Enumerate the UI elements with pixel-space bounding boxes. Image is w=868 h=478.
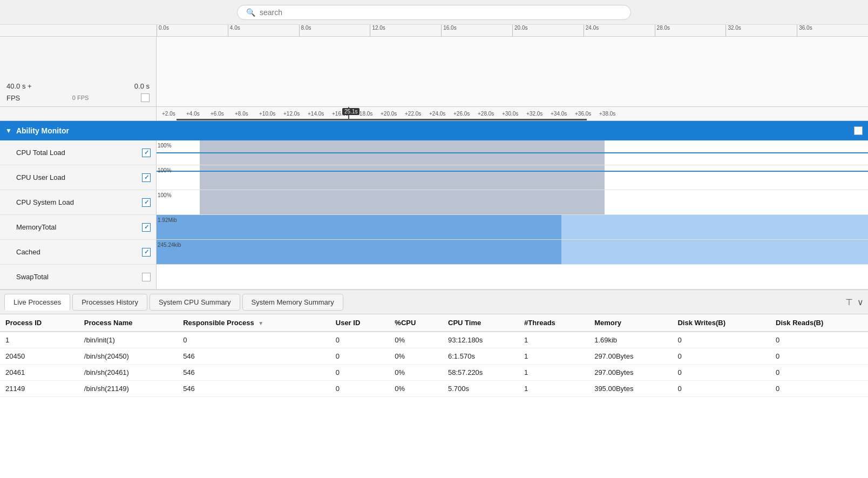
metric-graph-swap-total: [157, 265, 868, 289]
col-header-user[interactable]: User ID: [330, 314, 390, 332]
fps-value: 0 FPS: [72, 95, 89, 101]
time-right: 0.0 s: [134, 82, 150, 90]
col-header-cpu[interactable]: %CPU: [389, 314, 443, 332]
metric-checkbox-cpu-total[interactable]: ✓: [142, 149, 151, 157]
cell-pid: 21149: [0, 381, 79, 397]
metric-row-cpu-total: CPU Total Load ✓ 100%: [0, 140, 868, 165]
search-input[interactable]: [260, 8, 622, 17]
cell-memory: 395.00Bytes: [589, 381, 672, 397]
metric-row-cpu-system: CPU System Load ✓ 100%: [0, 190, 868, 215]
metric-checkbox-cached[interactable]: ✓: [142, 248, 151, 257]
ruler-tick: 12.0s: [370, 25, 441, 36]
cell-threads: 1: [519, 381, 589, 397]
graph-bar-gray-2: [200, 190, 605, 214]
expand-icon[interactable]: ▼: [5, 127, 12, 134]
metric-value-cpu-total: 100%: [158, 143, 172, 149]
metric-label-cached: Cached: [16, 248, 40, 256]
cell-threads: 1: [519, 332, 589, 348]
cell-disk-reads: 0: [770, 381, 868, 397]
metric-checkbox-cpu-system[interactable]: ✓: [142, 198, 151, 207]
sec-tick-12: +26.0s: [453, 111, 470, 117]
fps-row: FPS 0 FPS: [6, 93, 150, 102]
search-icon: 🔍: [246, 8, 255, 17]
tab-processes-history[interactable]: Processes History: [72, 294, 147, 311]
cell-memory: 297.00Bytes: [589, 348, 672, 365]
sec-tick-0: +2.0s: [162, 111, 175, 117]
metric-label-area-6: SwapTotal: [0, 265, 157, 289]
processes-table-container[interactable]: Process ID Process Name Responsible Proc…: [0, 314, 868, 478]
metrics-container: CPU Total Load ✓ 100% CPU User Load ✓ 10…: [0, 140, 868, 290]
fps-label: FPS: [6, 94, 20, 102]
chevron-down-icon[interactable]: ∨: [857, 297, 864, 307]
ruler-tick: 8.0s: [299, 25, 370, 36]
cell-cpu: 0%: [389, 381, 443, 397]
playhead-label: 25.1s: [342, 108, 360, 115]
cell-user: 0: [330, 365, 390, 381]
left-sidebar-top: 40.0 s + 0.0 s FPS 0 FPS: [0, 37, 157, 106]
sec-tick-5: +12.0s: [283, 111, 300, 117]
cell-memory: 1.69kib: [589, 332, 672, 348]
graph-bar-gray-1: [200, 165, 605, 190]
metric-checkbox-cpu-user[interactable]: ✓: [142, 173, 151, 182]
col-header-responsible[interactable]: Responsible Process ▼: [178, 314, 330, 332]
range-line: [177, 119, 587, 120]
metric-label-area-3: CPU System Load ✓: [0, 190, 157, 214]
metric-label-cpu-system: CPU System Load: [16, 198, 74, 206]
secondary-ruler-left: [0, 107, 157, 120]
sec-tick-17: +36.0s: [575, 111, 591, 117]
graph-bar-blue-memory-right: [561, 215, 868, 239]
table-row[interactable]: 21149 /bin/sh(21149) 546 0 0% 5.700s 1 3…: [0, 381, 868, 397]
cell-responsible: 546: [178, 381, 330, 397]
cell-threads: 1: [519, 348, 589, 365]
metric-row-swap-total: SwapTotal: [0, 265, 868, 290]
cell-disk-reads: 0: [770, 365, 868, 381]
col-header-cpu-time[interactable]: CPU Time: [443, 314, 519, 332]
metric-graph-memory-total: 1.92Mib: [157, 215, 868, 239]
table-row[interactable]: 1 /bin/init(1) 0 0 0% 93:12.180s 1 1.69k…: [0, 332, 868, 348]
tab-system-memory-summary[interactable]: System Memory Summary: [242, 294, 343, 311]
graph-line-0: [157, 152, 868, 153]
cell-pid: 20461: [0, 365, 79, 381]
col-header-disk-reads[interactable]: Disk Reads(B): [770, 314, 868, 332]
time-display: 40.0 s + 0.0 s: [6, 82, 150, 90]
cell-name: /bin/sh(20461): [79, 365, 178, 381]
metric-graph-cpu-user: 100%: [157, 165, 868, 190]
col-header-threads[interactable]: #Threads: [519, 314, 589, 332]
tab-system-cpu-summary[interactable]: System CPU Summary: [150, 294, 240, 311]
timeline-ruler-top: 0.0s 4.0s 8.0s 12.0s 16.0s 20.0s 24.0s 2…: [0, 25, 868, 37]
metric-row-memory-total: MemoryTotal ✓ 1.92Mib: [0, 215, 868, 240]
metric-value-cpu-user: 100%: [158, 167, 172, 173]
col-header-memory[interactable]: Memory: [589, 314, 672, 332]
cell-user: 0: [330, 348, 390, 365]
fps-checkbox[interactable]: [141, 93, 150, 102]
page-wrapper: 🔍 0.0s 4.0s 8.0s 12.0s 16.0s 20.0s 24.0s…: [0, 0, 868, 478]
metric-label-area-5: Cached ✓: [0, 240, 157, 264]
cell-responsible: 0: [178, 332, 330, 348]
ability-monitor-title: Ability Monitor: [16, 126, 69, 135]
cell-cpu-time: 6:1.570s: [443, 348, 519, 365]
ruler-tick: 36.0s: [797, 25, 868, 36]
metric-checkbox-memory-total[interactable]: ✓: [142, 223, 151, 232]
col-header-pid[interactable]: Process ID: [0, 314, 79, 332]
cell-memory: 297.00Bytes: [589, 365, 672, 381]
table-row[interactable]: 20450 /bin/sh(20450) 546 0 0% 6:1.570s 1…: [0, 348, 868, 365]
metric-label-cpu-total: CPU Total Load: [16, 149, 65, 157]
cell-disk-writes: 0: [672, 365, 770, 381]
table-row[interactable]: 20461 /bin/sh(20461) 546 0 0% 58:57.220s…: [0, 365, 868, 381]
col-header-disk-writes[interactable]: Disk Writes(B): [672, 314, 770, 332]
tab-live-processes[interactable]: Live Processes: [4, 294, 70, 311]
sec-tick-4: +10.0s: [259, 111, 275, 117]
col-header-name[interactable]: Process Name: [79, 314, 178, 332]
cell-name: /bin/sh(20450): [79, 348, 178, 365]
metric-label-area-2: CPU User Load ✓: [0, 165, 157, 190]
metric-graph-cached: 245.24kib: [157, 240, 868, 264]
metric-label-memory-total: MemoryTotal: [16, 223, 56, 231]
cell-user: 0: [330, 381, 390, 397]
search-bar: 🔍: [237, 5, 631, 20]
ability-monitor-checkbox[interactable]: [854, 126, 863, 135]
metric-graph-cpu-total: 100%: [157, 140, 868, 165]
filter-icon[interactable]: ⊤: [845, 297, 853, 307]
metric-checkbox-swap-total[interactable]: [142, 273, 151, 281]
cell-cpu-time: 58:57.220s: [443, 365, 519, 381]
processes-table: Process ID Process Name Responsible Proc…: [0, 314, 868, 397]
